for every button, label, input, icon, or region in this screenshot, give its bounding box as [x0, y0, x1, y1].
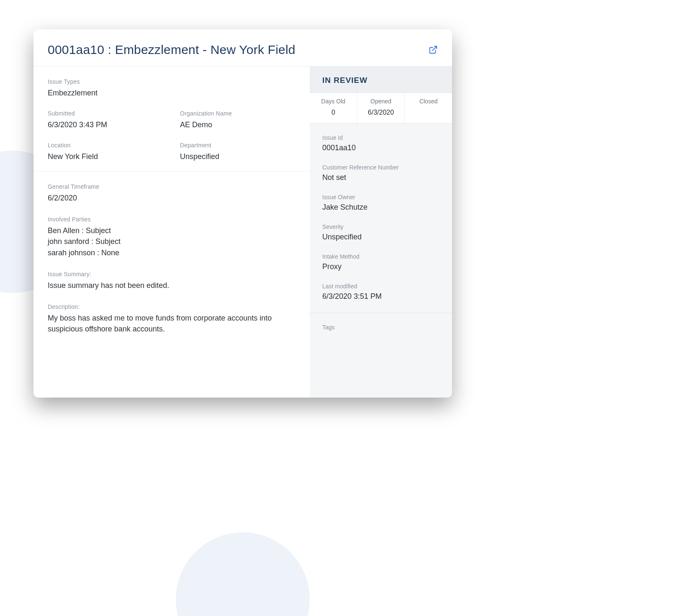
location-label: Location: [48, 142, 163, 149]
svg-line-0: [432, 46, 437, 51]
issue-id-value: 0001aa10: [322, 144, 439, 152]
issue-owner-label: Issue Owner: [322, 194, 439, 200]
tags-label: Tags: [322, 324, 439, 331]
opened-value: 6/3/2020: [361, 109, 401, 116]
department-label: Department: [180, 142, 295, 149]
stat-days-old: Days Old 0: [310, 93, 357, 123]
issue-summary-value: Issue summary has not been edited.: [48, 280, 295, 291]
field-org-name: Organization Name AE Demo: [180, 110, 295, 130]
stat-closed: Closed: [405, 93, 452, 123]
opened-label: Opened: [361, 98, 401, 105]
field-intake-method: Intake Method Proxy: [322, 253, 439, 271]
stat-opened: Opened 6/3/2020: [357, 93, 405, 123]
involved-party-2: john sanford : Subject: [48, 236, 295, 247]
section-details: General Timeframe 6/2/2020 Involved Part…: [33, 172, 310, 344]
last-modified-value: 6/3/2020 3:51 PM: [322, 292, 439, 301]
field-last-modified: Last modified 6/3/2020 3:51 PM: [322, 283, 439, 301]
timeframe-value: 6/2/2020: [48, 192, 295, 203]
card-header: 0001aa10 : Embezzlement - New York Field: [33, 29, 452, 67]
status-badge: IN REVIEW: [310, 67, 452, 93]
field-description: Description: My boss has asked me to mov…: [48, 303, 295, 334]
description-value: My boss has asked me to move funds from …: [48, 313, 282, 334]
field-involved-parties: Involved Parties Ben Allen : Subject joh…: [48, 216, 295, 258]
issue-summary-label: Issue Summary:: [48, 271, 295, 277]
field-location: Location New York Field: [48, 142, 163, 162]
page-title: 0001aa10 : Embezzlement - New York Field: [48, 43, 295, 57]
left-column: Issue Types Embezzlement Submitted 6/3/2…: [33, 67, 310, 398]
section-basics: Issue Types Embezzlement Submitted 6/3/2…: [33, 67, 310, 172]
right-fields: Issue Id 0001aa10 Customer Reference Num…: [310, 123, 452, 313]
timeframe-label: General Timeframe: [48, 183, 295, 190]
description-label: Description:: [48, 303, 295, 310]
field-department: Department Unspecified: [180, 142, 295, 162]
org-name-label: Organization Name: [180, 110, 295, 117]
issue-types-value: Embezzlement: [48, 87, 295, 98]
involved-parties-label: Involved Parties: [48, 216, 295, 223]
days-old-label: Days Old: [313, 98, 354, 105]
card-body: Issue Types Embezzlement Submitted 6/3/2…: [33, 67, 452, 398]
field-tags: Tags: [310, 313, 452, 350]
closed-label: Closed: [408, 98, 449, 105]
days-old-value: 0: [313, 109, 354, 116]
customer-ref-value: Not set: [322, 173, 439, 182]
issue-owner-value: Jake Schutze: [322, 203, 439, 212]
field-issue-types: Issue Types Embezzlement: [48, 78, 295, 98]
org-name-value: AE Demo: [180, 119, 295, 130]
field-timeframe: General Timeframe 6/2/2020: [48, 183, 295, 203]
field-submitted: Submitted 6/3/2020 3:43 PM: [48, 110, 163, 130]
location-value: New York Field: [48, 151, 163, 162]
involved-party-1: Ben Allen : Subject: [48, 225, 295, 236]
involved-party-3: sarah johnson : None: [48, 247, 295, 258]
issue-types-label: Issue Types: [48, 78, 295, 85]
intake-method-label: Intake Method: [322, 253, 439, 260]
department-value: Unspecified: [180, 151, 295, 162]
field-issue-id: Issue Id 0001aa10: [322, 134, 439, 152]
submitted-value: 6/3/2020 3:43 PM: [48, 119, 163, 130]
issue-id-label: Issue Id: [322, 134, 439, 141]
field-severity: Severity Unspecified: [322, 223, 439, 241]
field-issue-summary: Issue Summary: Issue summary has not bee…: [48, 271, 295, 291]
field-customer-ref: Customer Reference Number Not set: [322, 164, 439, 182]
intake-method-value: Proxy: [322, 262, 439, 271]
last-modified-label: Last modified: [322, 283, 439, 290]
stats-row: Days Old 0 Opened 6/3/2020 Closed: [310, 93, 452, 123]
field-issue-owner: Issue Owner Jake Schutze: [322, 194, 439, 212]
issue-card: 0001aa10 : Embezzlement - New York Field…: [33, 29, 452, 398]
submitted-label: Submitted: [48, 110, 163, 117]
decorative-blob-bottom: [176, 532, 310, 616]
external-link-icon[interactable]: [429, 45, 438, 54]
severity-label: Severity: [322, 223, 439, 230]
customer-ref-label: Customer Reference Number: [322, 164, 439, 171]
severity-value: Unspecified: [322, 233, 439, 241]
right-column: IN REVIEW Days Old 0 Opened 6/3/2020 Clo…: [310, 67, 452, 398]
